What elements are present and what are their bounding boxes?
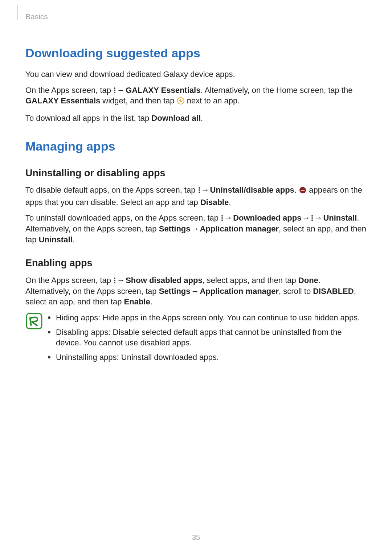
- text-bold: Uninstall/disable apps: [210, 185, 294, 194]
- text-bold: Uninstall: [323, 213, 357, 222]
- text: On the Apps screen, tap: [25, 86, 113, 95]
- text: To uninstall downloaded apps, on the App…: [25, 213, 221, 222]
- paragraph: To disable default apps, on the Apps scr…: [25, 185, 367, 208]
- arrow-icon: →: [117, 85, 125, 96]
- text-bold: Show disabled apps: [126, 276, 202, 285]
- arrow-icon: →: [191, 286, 199, 297]
- list-item: Uninstalling apps: Uninstall downloaded …: [48, 352, 367, 363]
- svg-point-12: [311, 215, 313, 217]
- arrow-icon: →: [201, 185, 209, 196]
- svg-point-0: [114, 87, 115, 89]
- page-content: Downloading suggested apps You can view …: [25, 36, 367, 366]
- svg-point-2: [114, 92, 115, 93]
- text-bold: DISABLED: [313, 287, 354, 296]
- heading-managing-apps: Managing apps: [25, 138, 367, 155]
- text-bold: Enable: [124, 297, 150, 306]
- header-divider: [17, 5, 18, 20]
- note-block: Hiding apps: Hide apps in the Apps scree…: [25, 312, 367, 366]
- arrow-icon: →: [224, 213, 232, 223]
- arrow-icon: →: [117, 275, 125, 286]
- text-bold: GALAXY Essentials: [25, 96, 100, 105]
- paragraph: On the Apps screen, tap → GALAXY Essenti…: [25, 85, 367, 108]
- text: widget, and then tap: [100, 96, 176, 105]
- subheading-enabling-apps: Enabling apps: [25, 257, 367, 270]
- text-bold: Uninstall: [39, 235, 73, 244]
- svg-point-16: [114, 280, 115, 281]
- text-bold: Download all: [151, 114, 201, 123]
- text-bold: Application manager: [200, 287, 279, 296]
- svg-point-4: [199, 187, 200, 189]
- more-icon: [311, 213, 314, 222]
- more-icon: [113, 86, 116, 95]
- arrow-icon: →: [314, 213, 322, 223]
- text: To download all apps in the list, tap: [25, 114, 151, 123]
- text: .: [294, 185, 299, 194]
- svg-point-6: [199, 192, 200, 193]
- note-list: Hiding apps: Hide apps in the Apps scree…: [48, 312, 367, 366]
- note-icon: [25, 312, 43, 330]
- subheading-uninstall-disable: Uninstalling or disabling apps: [25, 167, 367, 180]
- svg-point-5: [199, 189, 200, 191]
- text: . Alternatively, on the Home screen, tap…: [200, 86, 352, 95]
- text: .: [150, 297, 152, 306]
- paragraph: You can view and download dedicated Gala…: [25, 69, 367, 80]
- text-bold: Application manager: [200, 224, 279, 233]
- text-bold: GALAXY Essentials: [126, 86, 200, 95]
- text: , select apps, and then tap: [203, 276, 298, 285]
- paragraph: To download all apps in the list, tap Do…: [25, 113, 367, 124]
- text: .: [229, 198, 231, 207]
- arrow-icon: →: [302, 213, 310, 223]
- svg-point-10: [221, 217, 223, 219]
- text: .: [73, 235, 75, 244]
- text-bold: Disable: [200, 198, 229, 207]
- list-item: Disabling apps: Disable selected default…: [48, 327, 367, 348]
- more-icon: [221, 213, 224, 222]
- list-item: Hiding apps: Hide apps in the Apps scree…: [48, 312, 367, 323]
- arrow-icon: →: [191, 223, 199, 234]
- section-label: Basics: [25, 12, 48, 22]
- svg-point-9: [221, 215, 223, 217]
- page-number: 35: [0, 533, 392, 542]
- text-bold: Settings: [159, 287, 191, 296]
- svg-rect-8: [301, 190, 305, 191]
- svg-point-13: [311, 217, 313, 219]
- paragraph: To uninstall downloaded apps, on the App…: [25, 213, 367, 245]
- svg-point-1: [114, 90, 115, 91]
- svg-point-14: [311, 219, 313, 221]
- more-icon: [113, 276, 116, 285]
- heading-downloading-suggested-apps: Downloading suggested apps: [25, 45, 367, 62]
- svg-point-17: [114, 282, 115, 283]
- text: , scroll to: [279, 287, 313, 296]
- svg-point-15: [114, 278, 115, 279]
- text-bold: Settings: [159, 224, 191, 233]
- text-bold: Done: [298, 276, 318, 285]
- more-icon: [198, 185, 201, 194]
- minus-circle-icon: [299, 186, 307, 197]
- text: .: [201, 114, 203, 123]
- text: next to an app.: [185, 96, 240, 105]
- text: On the Apps screen, tap: [25, 276, 113, 285]
- paragraph: On the Apps screen, tap → Show disabled …: [25, 275, 367, 307]
- svg-point-11: [221, 219, 223, 221]
- text: To disable default apps, on the Apps scr…: [25, 185, 198, 194]
- text-bold: Downloaded apps: [233, 213, 301, 222]
- download-icon: [177, 97, 185, 108]
